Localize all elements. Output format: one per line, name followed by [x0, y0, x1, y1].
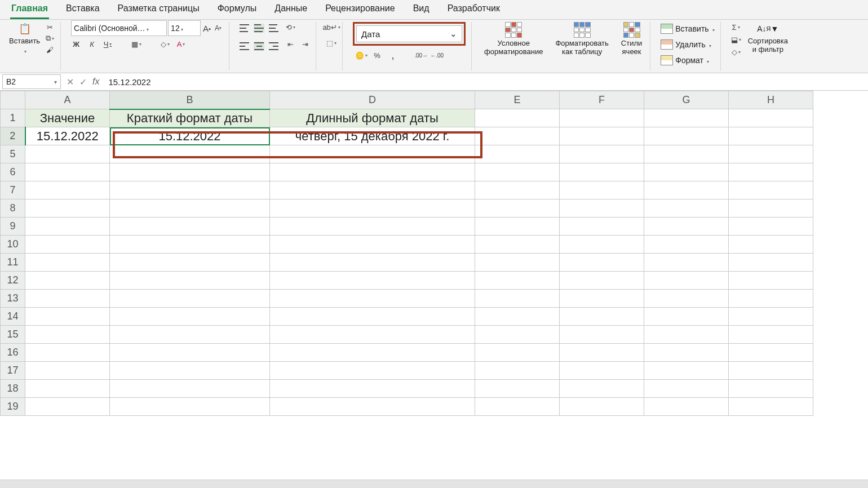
tab-home[interactable]: Главная — [10, 3, 49, 19]
decrease-indent-icon[interactable]: ⇤ — [285, 39, 295, 49]
select-all-corner[interactable] — [1, 91, 25, 109]
row-header-1[interactable]: 1 — [1, 109, 25, 127]
name-box[interactable]: B2 ▾ — [2, 74, 61, 89]
clear-icon[interactable]: ◇ — [731, 47, 741, 57]
col-header-D[interactable]: D — [270, 91, 475, 109]
row-header-19[interactable]: 19 — [1, 398, 25, 416]
font-size-combo[interactable]: 12 — [168, 20, 201, 36]
row-header-10[interactable]: 10 — [1, 236, 25, 254]
orientation-icon[interactable]: ⟲ — [285, 22, 295, 32]
paste-dropdown-icon — [23, 46, 26, 56]
align-left-icon[interactable] — [240, 42, 249, 50]
percent-format-icon[interactable]: % — [372, 50, 382, 60]
row-header-8[interactable]: 8 — [1, 199, 25, 218]
bold-icon[interactable]: Ж — [71, 39, 81, 49]
insert-cells-button[interactable]: Вставить — [661, 22, 714, 36]
sort-filter-button[interactable]: A↓Я▼ Сортировка и фильтр — [746, 22, 790, 54]
spreadsheet-grid[interactable]: A B D E F G H 1 Значение Краткий формат … — [0, 91, 868, 480]
cell-G2[interactable] — [644, 127, 729, 145]
cancel-formula-icon[interactable]: ✕ — [67, 77, 74, 87]
row-header-11[interactable]: 11 — [1, 254, 25, 272]
cell-B1[interactable]: Краткий формат даты — [110, 109, 270, 127]
col-header-H[interactable]: H — [729, 91, 813, 109]
format-painter-icon[interactable]: 🖌 — [45, 45, 55, 55]
row-header-13[interactable]: 13 — [1, 290, 25, 308]
underline-icon[interactable]: Ч — [103, 39, 113, 49]
increase-font-icon[interactable]: A▴ — [202, 23, 212, 33]
row-header-9[interactable]: 9 — [1, 218, 25, 236]
cell-A1[interactable]: Значение — [25, 109, 110, 127]
copy-icon[interactable]: ⧉ — [45, 33, 55, 43]
comma-format-icon[interactable]: , — [388, 50, 398, 60]
cell-E1[interactable] — [475, 109, 560, 127]
tab-page-layout[interactable]: Разметка страницы — [117, 3, 201, 19]
cell-H1[interactable] — [729, 109, 813, 127]
wrap-text-icon[interactable]: ab↵ — [326, 22, 336, 32]
cell-A2[interactable]: 15.12.2022 — [25, 127, 110, 145]
tab-developer[interactable]: Разработчик — [446, 3, 501, 19]
fill-icon[interactable]: ⬓ — [731, 34, 741, 45]
tab-view[interactable]: Вид — [412, 3, 431, 19]
font-color-icon[interactable]: A — [176, 39, 186, 49]
row-header-16[interactable]: 16 — [1, 344, 25, 362]
font-name-combo[interactable]: Calibri (Основной… — [71, 20, 167, 36]
merge-cells-icon[interactable]: ⬚ — [326, 38, 336, 48]
italic-icon[interactable]: К — [87, 39, 97, 49]
row-header-14[interactable]: 14 — [1, 308, 25, 326]
fill-color-icon[interactable]: ◇ — [160, 39, 170, 49]
col-header-A[interactable]: A — [25, 91, 110, 109]
group-wrap: ab↵ ⬚ — [324, 22, 343, 70]
formula-input[interactable]: 15.12.2022 — [103, 77, 150, 87]
col-header-E[interactable]: E — [475, 91, 560, 109]
align-middle-icon[interactable] — [254, 24, 264, 33]
tab-review[interactable]: Рецензирование — [324, 3, 396, 19]
row-header-5[interactable]: 5 — [1, 145, 25, 163]
cell-H2[interactable] — [729, 127, 813, 145]
row-header-18[interactable]: 18 — [1, 380, 25, 398]
cell-D2[interactable]: четверг, 15 декабря 2022 г. — [270, 127, 475, 145]
row-header-12[interactable]: 12 — [1, 272, 25, 290]
align-bottom-icon[interactable] — [269, 24, 278, 32]
group-cells: Вставить Удалить Формат — [658, 22, 720, 70]
cell-styles-button[interactable]: Стили ячеек — [619, 22, 644, 56]
increase-indent-icon[interactable]: ⇥ — [300, 39, 310, 49]
cell-G1[interactable] — [644, 109, 729, 127]
cell-F2[interactable] — [560, 127, 644, 145]
border-icon[interactable]: ▦ — [131, 39, 141, 49]
cell-E2[interactable] — [475, 127, 560, 145]
cut-icon[interactable]: ✂ — [45, 22, 55, 32]
format-cells-button[interactable]: Формат — [661, 54, 714, 67]
chevron-down-icon: ▾ — [54, 79, 57, 85]
row-header-2[interactable]: 2 — [1, 127, 25, 145]
paste-button[interactable]: 📋 Вставить — [7, 22, 42, 56]
cell-B2[interactable]: 15.12.2022 — [110, 127, 270, 145]
col-header-F[interactable]: F — [560, 91, 644, 109]
cell-F1[interactable] — [560, 109, 644, 127]
format-as-table-button[interactable]: Форматировать как таблицу — [553, 22, 610, 56]
horizontal-scrollbar[interactable] — [0, 480, 868, 488]
row-header-17[interactable]: 17 — [1, 362, 25, 380]
conditional-formatting-button[interactable]: Условное форматирование — [482, 22, 545, 56]
tab-insert[interactable]: Вставка — [65, 3, 100, 19]
autosum-icon[interactable]: Σ — [731, 22, 741, 32]
delete-cells-button[interactable]: Удалить — [661, 38, 714, 51]
align-right-icon[interactable] — [269, 42, 278, 50]
fx-icon[interactable]: fx — [92, 77, 99, 87]
accept-formula-icon[interactable]: ✓ — [79, 77, 87, 87]
tab-formulas[interactable]: Формулы — [216, 3, 258, 19]
col-header-B[interactable]: B — [110, 91, 270, 109]
decrease-font-icon[interactable]: A▾ — [213, 23, 223, 33]
row-header-6[interactable]: 6 — [1, 163, 25, 181]
number-format-combo[interactable]: Дата ⌄ — [356, 25, 462, 42]
group-number: Дата ⌄ 🪙 % , .00→ ←.00 — [351, 22, 472, 70]
tab-data[interactable]: Данные — [273, 3, 308, 19]
increase-decimal-icon[interactable]: .00→ — [416, 50, 426, 60]
decrease-decimal-icon[interactable]: ←.00 — [432, 50, 442, 60]
align-center-icon[interactable] — [254, 42, 264, 51]
accounting-format-icon[interactable]: 🪙 — [356, 50, 366, 60]
align-top-icon[interactable] — [240, 24, 249, 32]
col-header-G[interactable]: G — [644, 91, 729, 109]
cell-D1[interactable]: Длинный формат даты — [270, 109, 475, 127]
row-header-7[interactable]: 7 — [1, 181, 25, 199]
row-header-15[interactable]: 15 — [1, 326, 25, 344]
